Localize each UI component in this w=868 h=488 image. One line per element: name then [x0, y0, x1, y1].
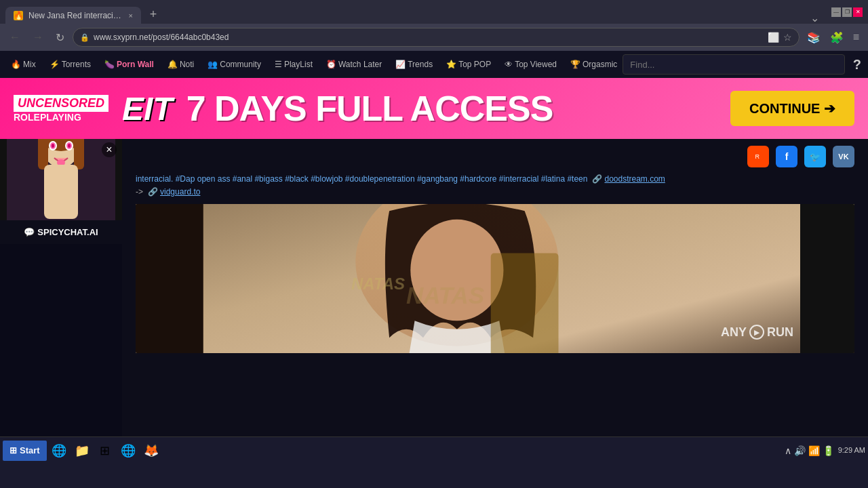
svg-text:NATAS: NATAS [406, 283, 484, 309]
nav-item-trends[interactable]: 📈Trends [391, 57, 437, 72]
nav-item-community[interactable]: 👥Community [203, 57, 265, 72]
site-nav-items: 🔥Mix ⚡Torrents 🍆Porn Wall 🔔Noti 👥Communi… [7, 57, 621, 72]
page-content: 🔥Mix ⚡Torrents 🍆Porn Wall 🔔Noti 👥Communi… [0, 51, 868, 436]
vidguard-link[interactable]: vidguard.to [160, 187, 200, 197]
address-bar[interactable]: 🔒 www.sxyprn.net/post/6644abc0b43ed ⬜ ☆ [73, 28, 800, 47]
tab-title: New Jana Red interracial. #Dap o... [28, 11, 123, 20]
ad-continue-button[interactable]: CONTINUE ➔ [730, 91, 854, 126]
sidebar-close-button[interactable]: × [102, 142, 117, 157]
anyrun-watermark: ANY ▶ RUN [721, 325, 793, 340]
video-tags: interracial. #Dap open ass #anal #bigass… [136, 173, 854, 199]
back-button[interactable]: ← [5, 28, 24, 46]
left-sidebar: × [0, 139, 122, 436]
ad-left-text: UNCENSORED ROLEPLAYING [14, 95, 108, 123]
browser-navbar: ← → ↻ 🔒 www.sxyprn.net/post/6644abc0b43e… [0, 24, 868, 51]
svg-point-8 [52, 144, 54, 148]
sidebar-ad-bottom: 💬 SPICYCHAT.AI [0, 220, 122, 244]
start-button[interactable]: ⊞ Start [3, 441, 47, 461]
svg-rect-24 [491, 253, 559, 353]
taskbar-windows-icon[interactable]: ⊞ [94, 440, 116, 462]
browser-tab-active[interactable]: 🔥 New Jana Red interracial. #Dap o... × [5, 7, 141, 24]
site-search-input[interactable] [623, 54, 844, 75]
lock-icon: 🔒 [80, 33, 90, 42]
nav-item-topviewed[interactable]: 👁Top Viewed [500, 57, 561, 72]
start-icon: ⊞ [9, 445, 17, 455]
nav-item-noti[interactable]: 🔔Noti [163, 57, 198, 72]
tab-favicon-icon: 🔥 [14, 11, 23, 20]
reddit-share-button[interactable]: R [747, 146, 769, 167]
bookmark-icon[interactable]: ☆ [783, 32, 792, 43]
taskbar: ⊞ Start 🌐 📁 ⊞ 🌐 🦊 ∧ 🔊 📶 🔋 9:29 AM [0, 436, 868, 464]
ad-main-text: 7 DAYS FULL ACCESS [186, 88, 717, 129]
external-link-icon: 🔗 [592, 174, 602, 184]
doodstream-link[interactable]: doodstream.com [604, 174, 665, 184]
svg-text:R: R [755, 153, 760, 160]
minimize-button[interactable]: — [831, 7, 841, 17]
tab-close-btn[interactable]: × [129, 12, 133, 20]
browser-titlebar: 🔥 New Jana Red interracial. #Dap o... × … [0, 0, 868, 24]
reader-mode-button[interactable]: 📚 [804, 29, 824, 46]
new-tab-button[interactable]: + [144, 5, 163, 24]
svg-rect-13 [44, 165, 78, 219]
nav-item-playlist[interactable]: ☰PlayList [271, 57, 317, 72]
taskbar-explorer-icon[interactable]: 📁 [71, 440, 93, 462]
twitter-share-button[interactable]: 🐦 [804, 146, 826, 167]
video-right-panel [800, 204, 854, 353]
nav-item-pornwall[interactable]: 🍆Porn Wall [100, 57, 158, 72]
spicychat-label: 💬 SPICYCHAT.AI [24, 227, 98, 237]
nav-item-orgasmic[interactable]: 🏆Orgasmic [566, 57, 621, 72]
tray-up-arrow[interactable]: ∧ [785, 445, 791, 456]
main-content: R f 🐦 VK interracial. #Dap open ass #ana… [122, 139, 868, 436]
anime-character-image [7, 139, 115, 220]
help-button[interactable]: ? [853, 57, 861, 73]
nav-actions: 📚 🧩 ≡ [804, 29, 863, 46]
social-share-icons: R f 🐦 VK [136, 146, 854, 167]
close-window-button[interactable]: ✕ [853, 7, 863, 17]
tab-overflow-btn[interactable]: ⌄ [810, 12, 825, 24]
ad-roleplaying-label: ROLEPLAYING [14, 112, 108, 123]
video-player[interactable]: NATAS ANY ▶ RUN [136, 204, 854, 353]
content-area: × [0, 139, 868, 436]
ad-banner: UNCENSORED ROLEPLAYING EIT 7 DAYS FULL A… [0, 78, 868, 139]
svg-point-11 [68, 144, 71, 148]
vk-share-button[interactable]: VK [833, 146, 854, 167]
nav-item-mix[interactable]: 🔥Mix [7, 57, 40, 72]
screenshot-icon[interactable]: ⬜ [768, 32, 779, 43]
taskbar-ie-icon[interactable]: 🌐 [48, 440, 70, 462]
system-tray: ∧ 🔊 📶 🔋 [785, 445, 834, 456]
taskbar-pinned-icons: 🌐 📁 ⊞ 🌐 🦊 [48, 440, 162, 462]
spicychat-icon: 💬 [24, 227, 35, 237]
anyrun-play-icon: ▶ [749, 325, 764, 340]
video-tags-text: interracial. #Dap open ass #anal #bigass… [136, 174, 665, 184]
forward-button[interactable]: → [28, 28, 47, 46]
system-clock[interactable]: 9:29 AM [838, 445, 865, 455]
taskbar-firefox-icon[interactable]: 🦊 [140, 440, 162, 462]
svg-rect-5 [74, 139, 84, 169]
ad-brand-text: EIT [122, 90, 173, 127]
ad-uncensored-label: UNCENSORED [14, 95, 108, 112]
tray-battery-icon[interactable]: 🔋 [823, 445, 834, 456]
nav-item-toppop[interactable]: ⭐Top POP [442, 57, 495, 72]
tray-network-icon[interactable]: 🔊 [794, 445, 806, 456]
extensions-button[interactable]: 🧩 [827, 29, 847, 46]
taskbar-right: ∧ 🔊 📶 🔋 9:29 AM [785, 445, 865, 456]
arrow-text: -> [136, 187, 143, 197]
nav-item-watchlater[interactable]: ⏰Watch Later [322, 57, 386, 72]
maximize-button[interactable]: ❐ [842, 7, 852, 17]
svg-rect-20 [136, 204, 203, 353]
taskbar-browser2-icon[interactable]: 🌐 [117, 440, 139, 462]
window-controls: — ❐ ✕ [831, 7, 863, 17]
refresh-button[interactable]: ↻ [52, 28, 68, 47]
svg-rect-4 [38, 139, 48, 169]
tray-volume-icon[interactable]: 📶 [808, 445, 820, 456]
vidguard-icon: 🔗 [148, 187, 158, 197]
facebook-share-button[interactable]: f [776, 146, 797, 167]
clock-time: 9:29 AM [838, 445, 865, 455]
url-text: www.sxyprn.net/post/6644abc0b43ed [94, 33, 764, 42]
browser-menu-button[interactable]: ≡ [850, 29, 863, 45]
nav-item-torrents[interactable]: ⚡Torrents [45, 57, 95, 72]
site-navbar: 🔥Mix ⚡Torrents 🍆Porn Wall 🔔Noti 👥Communi… [0, 51, 868, 78]
